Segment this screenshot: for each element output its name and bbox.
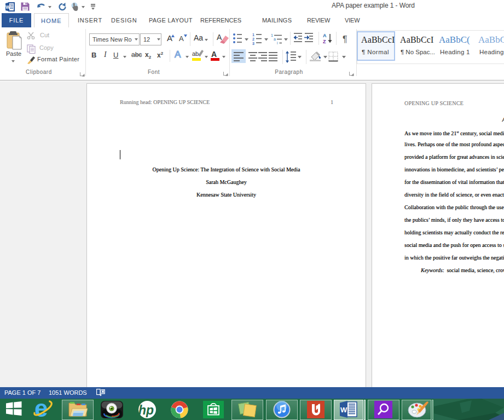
svg-text:1: 1: [271, 33, 273, 37]
svg-text:hp: hp: [138, 403, 154, 417]
svg-text:Z: Z: [323, 39, 326, 44]
svg-text:¶: ¶: [343, 34, 347, 44]
svg-text:W: W: [340, 406, 347, 414]
svg-text:W: W: [5, 4, 10, 10]
svg-text:A: A: [323, 33, 327, 38]
svg-text:1: 1: [252, 33, 254, 37]
svg-text:3: 3: [252, 42, 254, 45]
svg-text:a: a: [274, 37, 276, 41]
svg-text:2: 2: [252, 37, 254, 41]
svg-text:i: i: [277, 41, 278, 45]
